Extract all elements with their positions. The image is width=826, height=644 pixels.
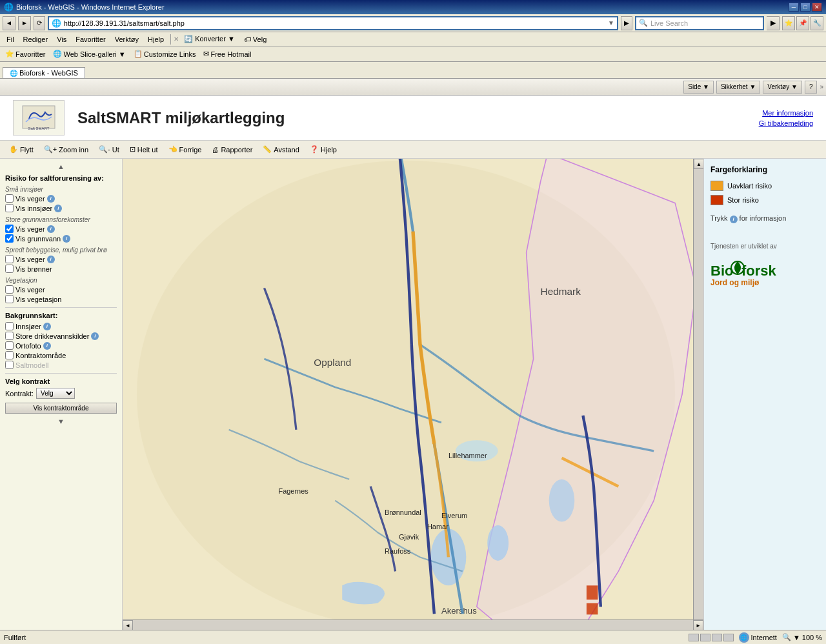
toolbar-sikkerhet[interactable]: Sikkerhet ▼ [716,81,760,94]
svg-text:Gjøvik: Gjøvik [399,533,419,541]
row-kontrakt: Kontraktområde [5,351,117,359]
map-container[interactable]: Hedmark Oppland Buskerud Akershus [123,159,703,630]
info-sma-vis-veger[interactable]: i [47,195,55,203]
menu-hjelp[interactable]: Hjelp [144,34,168,45]
fav-main[interactable]: ⭐ Favoritter [3,49,48,59]
status-icons [689,634,734,641]
menu-bar: Fil Rediger Vis Favoritter Verktøy Hjelp… [0,32,826,46]
refresh-icon: ⟳ [37,19,42,26]
zone-indicator: 🌐 Internett [739,632,777,643]
row-innsjoer: Innsjøer i [5,322,117,330]
check-ortofoto[interactable] [5,341,14,350]
check-store-vis-veger[interactable] [5,225,14,233]
tool-flytt[interactable]: ✋ Flytt [6,145,36,154]
check-innsjoer[interactable] [5,322,14,330]
row-ortofoto: Ortofoto i [5,341,117,350]
sidebar-main-title: Risiko for saltforurensing av: [5,174,117,182]
scroll-track-h [133,620,693,630]
go-button[interactable]: ▶ [621,16,632,30]
check-spredt-vis-veger[interactable] [5,255,14,263]
tool-rapporter[interactable]: 🖨 Rapporter [209,145,255,154]
fav-hotmail-label: Free Hotmail [210,50,251,58]
back-button[interactable]: ◄ [3,16,15,30]
scroll-down-btn[interactable]: ▼ [5,418,117,425]
info-innsjoer[interactable]: i [43,323,51,330]
window-controls[interactable]: ─ □ ✕ [789,3,822,12]
svg-rect-31 [587,603,598,615]
info-spredt-vis-veger[interactable]: i [47,256,55,263]
tools-btn-2[interactable]: 📌 [796,16,809,30]
check-kontrakt[interactable] [5,351,14,359]
check-sma-vis-innsjoer[interactable] [5,204,14,212]
info-store-vis-grunn[interactable]: i [63,235,70,243]
fav-customize[interactable]: 📋 Customize Links [131,49,199,59]
sidebar: ▲ Risiko for saltforurensing av: Små inn… [0,159,123,630]
menu-velg[interactable]: 🏷 Velg [240,34,270,45]
check-veg-vis-veger[interactable] [5,285,14,294]
map-scrollbar-v[interactable]: ▲ ▼ [693,159,703,630]
tools-btn-3[interactable]: 🔧 [811,16,823,30]
fav-main-label: Favoritter [15,50,45,58]
section-sma-innsjoer: Små innsjøer [5,186,117,193]
check-spredt-vis-bronner[interactable] [5,265,14,273]
tool-forrige[interactable]: 👈 Forrige [166,145,205,154]
tool-avstand[interactable]: 📏 Avstand [260,145,302,154]
check-store-vis-grunn[interactable] [5,234,14,243]
svg-text:Hamar: Hamar [427,523,448,530]
menu-rediger[interactable]: Rediger [19,34,52,45]
menu-verktoy[interactable]: Verktøy [111,34,143,45]
menu-favoritter[interactable]: Favoritter [72,34,109,45]
info-ortofoto[interactable]: i [43,342,51,350]
toolbar-verktoy[interactable]: Verktøy ▼ [763,81,802,94]
close-button[interactable]: ✕ [812,3,822,12]
minimize-button[interactable]: ─ [789,3,799,12]
svg-text:Oppland: Oppland [314,357,351,368]
section-veg: Vegetasjon [5,277,117,284]
tool-hjelp[interactable]: ❓ Hjelp [307,145,339,154]
info-icon-legend[interactable]: i [730,216,738,223]
tool-zoom-inn[interactable]: 🔍+ Zoom inn [41,145,91,154]
toolbar-help[interactable]: ? [805,81,818,94]
scroll-up-arrow[interactable]: ▲ [694,159,703,169]
maximize-button[interactable]: □ [800,3,811,12]
hjelp-label: Hjelp [321,146,337,154]
row-store-vis-grunn: Vis grunnvann i [5,234,117,243]
vis-kontraktomrade-button[interactable]: Vis kontraktområde [5,403,117,414]
menu-konverter[interactable]: 🔄 Konverter ▼ [180,34,239,45]
divider2 [5,373,117,374]
label-salt: Saltmodell [15,361,48,369]
search-box[interactable]: 🔍 Live Search [635,16,764,30]
fav-hotmail[interactable]: ✉ Free Hotmail [201,49,254,59]
refresh-button[interactable]: ⟳ [34,16,45,30]
info-sma-vis-innsjoer[interactable]: i [54,205,62,212]
menu-fil[interactable]: Fil [3,34,18,45]
info-drikke[interactable]: i [91,332,99,340]
search-button[interactable]: ▶ [767,16,780,30]
contract-select[interactable]: Velg [36,388,75,399]
tab-bioforsk[interactable]: 🌐 Bioforsk - WebGIS [3,67,85,78]
mer-informasjon-link[interactable]: Mer informasjon [762,109,813,117]
toolbar-side[interactable]: Side ▼ [683,81,714,94]
check-drikke[interactable] [5,332,14,340]
scroll-up-btn[interactable]: ▲ [5,163,117,170]
tools-btn-1[interactable]: ⭐ [782,16,795,30]
tool-helt-ut[interactable]: ⊡ Helt ut [127,145,161,154]
map-scrollbar-h[interactable]: ◄ ► [123,619,703,630]
forrige-label: Forrige [179,146,202,154]
check-salt[interactable] [5,361,14,369]
fav-webslice[interactable]: 🌐 Web Slice-galleri ▼ [50,49,128,59]
check-veg-vis-veg[interactable] [5,295,14,303]
tool-ut[interactable]: 🔍- Ut [96,145,122,154]
label-sma-vis-veger: Vis veger [15,195,45,203]
forward-button[interactable]: ► [18,16,31,30]
gi-tilbakemelding-link[interactable]: Gi tilbakemelding [759,119,813,127]
address-text[interactable]: http://128.39.191.31/saltsmart/salt.php [64,19,608,27]
scroll-left-arrow[interactable]: ◄ [123,620,133,630]
check-sma-vis-veger[interactable] [5,194,14,203]
title-bar: 🌐 Bioforsk - WebGIS - Windows Internet E… [0,0,826,14]
info-store-vis-veger[interactable]: i [47,225,55,233]
menu-vis[interactable]: Vis [53,34,70,45]
scroll-right-arrow[interactable]: ► [693,620,703,630]
section-store-grunn: Store grunnvannsforekomster [5,216,117,223]
tab-bar: 🌐 Bioforsk - WebGIS [0,62,826,79]
